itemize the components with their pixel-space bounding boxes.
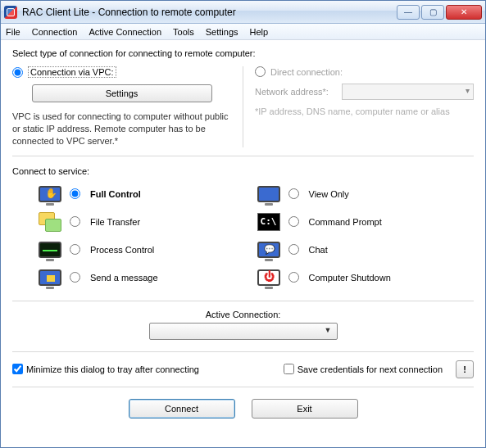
label-full-control: Full Control xyxy=(90,189,141,199)
menubar: File Connection Active Connection Tools … xyxy=(1,24,485,40)
minimize-button[interactable]: — xyxy=(397,5,420,20)
options-row: Minimize this dialog to tray after conne… xyxy=(12,352,474,387)
button-row: Connect Exit xyxy=(12,387,474,419)
label-shutdown: Computer Shutdown xyxy=(309,273,391,283)
radio-send-message[interactable] xyxy=(70,272,80,283)
checkbox-save-creds-label: Save credentials for next connection xyxy=(298,364,443,374)
radio-vpc[interactable] xyxy=(12,67,23,78)
service-process-control: Process Control xyxy=(37,238,231,261)
radio-file-transfer[interactable] xyxy=(70,216,80,227)
radio-view-only[interactable] xyxy=(288,188,299,199)
checkbox-save-creds[interactable] xyxy=(284,364,294,374)
info-button[interactable]: ! xyxy=(456,360,474,378)
file-transfer-icon xyxy=(37,210,63,233)
service-view-only: View Only xyxy=(256,183,450,206)
full-control-icon xyxy=(37,183,63,206)
window-title: RAC Client Lite - Connection to remote c… xyxy=(22,7,397,18)
menu-settings[interactable]: Settings xyxy=(206,27,238,37)
service-full-control: Full Control xyxy=(37,183,231,206)
chat-icon xyxy=(256,238,282,261)
label-send-message: Send a message xyxy=(90,273,158,283)
connect-button[interactable]: Connect xyxy=(129,399,235,419)
network-address-combo[interactable] xyxy=(342,84,474,100)
connection-type-panel: Connection via VPC: Settings VPC is used… xyxy=(12,66,474,156)
process-control-icon xyxy=(37,238,63,261)
radio-process-control[interactable] xyxy=(70,244,80,255)
shutdown-icon xyxy=(256,266,282,289)
label-view-only: View Only xyxy=(309,189,349,199)
window-buttons: — ▢ ✕ xyxy=(397,5,482,20)
menu-active-connection[interactable]: Active Connection xyxy=(89,27,161,37)
maximize-button[interactable]: ▢ xyxy=(421,5,444,20)
checkbox-minimize[interactable] xyxy=(12,364,23,374)
menu-file[interactable]: File xyxy=(6,27,20,37)
address-hint: *IP address, DNS name, computer name or … xyxy=(255,106,474,116)
active-connection-label: Active Connection: xyxy=(12,310,474,319)
send-message-icon xyxy=(37,266,63,289)
menu-tools[interactable]: Tools xyxy=(173,27,194,37)
active-connection-select[interactable] xyxy=(149,323,338,340)
service-send-message: Send a message xyxy=(37,266,231,289)
titlebar: RAC Client Lite - Connection to remote c… xyxy=(1,1,485,24)
exit-button[interactable]: Exit xyxy=(252,399,358,419)
radio-vpc-label: Connection via VPC: xyxy=(28,66,116,78)
close-button[interactable]: ✕ xyxy=(446,5,482,20)
service-command-prompt: C:\ Command Prompt xyxy=(256,210,450,233)
vpc-settings-button[interactable]: Settings xyxy=(32,84,212,102)
service-file-transfer: File Transfer xyxy=(37,210,231,233)
view-only-icon xyxy=(256,183,282,206)
checkbox-save-creds-row: Save credentials for next connection xyxy=(284,364,443,374)
menu-connection[interactable]: Connection xyxy=(32,27,78,37)
vpc-description: VPC is used for connecting to computer w… xyxy=(12,111,231,147)
radio-chat[interactable] xyxy=(288,244,299,255)
menu-help[interactable]: Help xyxy=(250,27,269,37)
label-command-prompt: Command Prompt xyxy=(309,217,382,227)
radio-direct-label: Direct connection: xyxy=(270,67,343,77)
service-chat: Chat xyxy=(256,238,450,261)
content-area: Select type of connection for connecting… xyxy=(1,40,485,427)
radio-command-prompt[interactable] xyxy=(288,216,299,227)
command-prompt-icon: C:\ xyxy=(256,210,282,233)
direct-column: Direct connection: Network address*: *IP… xyxy=(243,66,474,147)
network-address-label: Network address*: xyxy=(255,87,337,97)
connect-to-service-label: Connect to service: xyxy=(12,166,474,176)
label-chat: Chat xyxy=(309,245,328,255)
radio-shutdown[interactable] xyxy=(288,272,299,283)
service-grid: Full Control View Only File Transfer C:\… xyxy=(12,183,474,301)
service-shutdown: Computer Shutdown xyxy=(256,266,450,289)
checkbox-minimize-row: Minimize this dialog to tray after conne… xyxy=(12,364,284,374)
app-icon xyxy=(4,6,17,19)
label-file-transfer: File Transfer xyxy=(90,217,140,227)
radio-full-control[interactable] xyxy=(70,188,80,199)
checkbox-minimize-label: Minimize this dialog to tray after conne… xyxy=(26,364,199,374)
active-connection-section: Active Connection: xyxy=(12,301,474,352)
label-process-control: Process Control xyxy=(90,245,154,255)
radio-direct[interactable] xyxy=(255,66,266,77)
vpc-column: Connection via VPC: Settings VPC is used… xyxy=(12,66,243,147)
intro-text: Select type of connection for connecting… xyxy=(12,48,474,58)
